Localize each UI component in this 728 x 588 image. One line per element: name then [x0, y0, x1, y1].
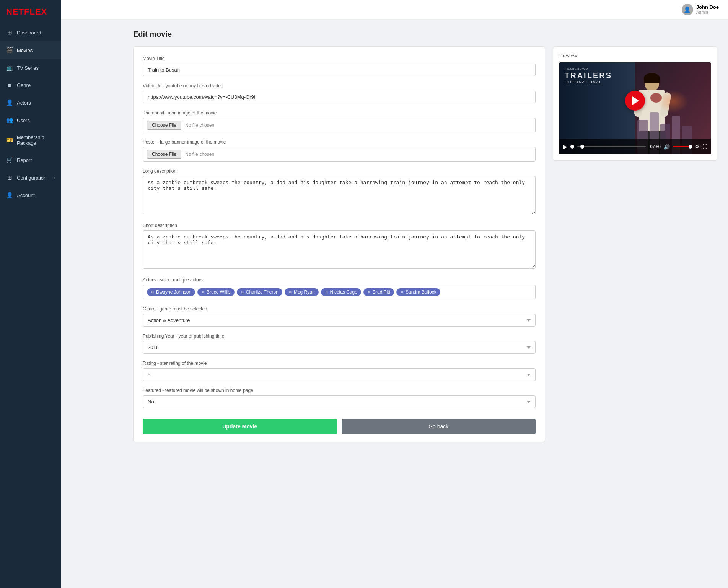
sidebar-item-label: Genre [17, 82, 31, 88]
sidebar-item-account[interactable]: 👤 Account [0, 186, 61, 204]
actor-tag[interactable]: ✕ Bruce Willis [197, 288, 235, 296]
sidebar-item-membership[interactable]: 🎫 Membership Package [0, 129, 61, 151]
sidebar-nav: ⊞ Dashboard 🎬 Movies 📺 TV Series ≡ Genre… [0, 24, 61, 588]
main-content: Edit movie Movie Title Video Url - youtu… [122, 19, 728, 588]
progress-dot [570, 145, 574, 149]
form-buttons: Update Movie Go back [143, 419, 536, 434]
sidebar-item-users[interactable]: 👥 Users [0, 111, 61, 129]
genre-select[interactable]: Action & AdventureDramaComedyHorrorSci-F… [143, 314, 536, 327]
rating-group: Rating - star rating of the movie 12345 [143, 361, 536, 381]
actor-remove-icon[interactable]: ✕ [241, 290, 244, 295]
video-play-icon[interactable]: ▶ [563, 144, 567, 150]
sidebar-item-genre[interactable]: ≡ Genre [0, 77, 61, 94]
update-movie-button[interactable]: Update Movie [143, 419, 337, 434]
sidebar-item-configuration[interactable]: ⊞ Configuration › [0, 169, 61, 186]
sidebar-item-label: Users [17, 118, 30, 123]
actors-label: Actors - select multiple actors [143, 277, 536, 283]
movie-title-group: Movie Title [143, 56, 536, 76]
go-back-button[interactable]: Go back [342, 419, 536, 434]
actor-tag[interactable]: ✕ Brad Pitt [363, 288, 394, 296]
sidebar-item-report[interactable]: 🛒 Report [0, 151, 61, 169]
play-button-overlay[interactable] [559, 62, 711, 139]
poster-no-file: No file chosen [185, 152, 214, 157]
fullscreen-icon[interactable]: ⛶ [702, 144, 707, 149]
sidebar: NETFLEX ⊞ Dashboard 🎬 Movies 📺 TV Series… [0, 0, 61, 588]
sidebar-item-dashboard[interactable]: ⊞ Dashboard [0, 24, 61, 41]
featured-select[interactable]: NoYes [143, 395, 536, 408]
short-desc-label: Short description [143, 223, 536, 228]
account-icon: 👤 [6, 192, 13, 199]
play-button[interactable] [625, 91, 645, 111]
sidebar-item-label: Report [17, 157, 32, 163]
avatar: 👤 [682, 4, 693, 15]
time-remaining: -07:50 [649, 144, 661, 149]
featured-label: Featured - featured movie will be shown … [143, 388, 536, 393]
configuration-icon: ⊞ [6, 174, 13, 181]
video-preview: FILMISНOWO TRAILERS INTERNATIONAL [559, 62, 711, 154]
thumbnail-no-file: No file chosen [185, 122, 214, 128]
sidebar-item-label: Membership Package [17, 134, 55, 146]
genre-group: Genre - genre must be selected Action & … [143, 306, 536, 327]
short-desc-group: Short description As a zombie outbreak s… [143, 223, 536, 270]
actor-remove-icon[interactable]: ✕ [201, 290, 205, 295]
thumbnail-file-row: Choose File No file chosen [143, 118, 536, 132]
actor-tag[interactable]: ✕ Dwayne Johnson [147, 288, 195, 296]
edit-form: Movie Title Video Url - youtube or any h… [133, 46, 545, 442]
sidebar-item-label: Configuration [17, 175, 46, 181]
sidebar-item-label: TV Series [17, 65, 39, 71]
rating-select[interactable]: 12345 [143, 368, 536, 381]
topbar-user: 👤 John Doe Admin [682, 4, 719, 15]
genre-label: Genre - genre must be selected [143, 306, 536, 312]
rating-label: Rating - star rating of the movie [143, 361, 536, 366]
genre-icon: ≡ [6, 82, 13, 88]
actor-remove-icon[interactable]: ✕ [288, 290, 292, 295]
actor-remove-icon[interactable]: ✕ [400, 290, 404, 295]
sidebar-item-label: Movies [17, 47, 33, 53]
page-title: Edit movie [133, 30, 717, 39]
long-desc-textarea[interactable]: As a zombie outbreak sweeps the country,… [143, 176, 536, 214]
preview-card: Preview: FILMISНOWO TRAILERS INTERNATION… [553, 46, 717, 161]
short-desc-textarea[interactable]: As a zombie outbreak sweeps the country,… [143, 230, 536, 269]
actors-group: Actors - select multiple actors ✕ Dwayne… [143, 277, 536, 299]
movie-title-label: Movie Title [143, 56, 536, 61]
thumbnail-choose-btn[interactable]: Choose File [147, 121, 181, 130]
actor-tags-container: ✕ Dwayne Johnson✕ Bruce Willis✕ Charlize… [143, 285, 536, 299]
video-url-group: Video Url - youtube or any hosted video [143, 83, 536, 103]
year-select[interactable]: 20162017201820192020202120222023 [143, 341, 536, 354]
user-name: John Doe [696, 4, 719, 10]
year-label: Publishing Year - year of publishing tim… [143, 333, 536, 339]
sidebar-item-actors[interactable]: 👤 Actors [0, 94, 61, 111]
report-icon: 🛒 [6, 157, 13, 163]
thumbnail-label: Thumbnail - icon image of the movie [143, 110, 536, 116]
video-controls: ▶ -07:50 🔊 ⚙ ⛶ [559, 139, 711, 154]
video-url-input[interactable] [143, 91, 536, 103]
poster-label: Poster - large banner image of the movie [143, 139, 536, 145]
actor-remove-icon[interactable]: ✕ [367, 290, 371, 295]
actor-tag[interactable]: ✕ Charlize Theron [237, 288, 282, 296]
poster-group: Poster - large banner image of the movie… [143, 139, 536, 162]
settings-icon[interactable]: ⚙ [695, 144, 699, 149]
dashboard-icon: ⊞ [6, 29, 13, 36]
volume-icon[interactable]: 🔊 [664, 144, 670, 150]
tvseries-icon: 📺 [6, 64, 13, 71]
preview-label: Preview: [559, 53, 711, 59]
progress-bar[interactable] [577, 146, 646, 147]
featured-group: Featured - featured movie will be shown … [143, 388, 536, 408]
progress-handle [580, 145, 584, 149]
membership-icon: 🎫 [6, 137, 13, 144]
volume-bar[interactable] [673, 146, 692, 147]
poster-choose-btn[interactable]: Choose File [147, 150, 181, 159]
actor-remove-icon[interactable]: ✕ [325, 290, 328, 295]
year-group: Publishing Year - year of publishing tim… [143, 333, 536, 354]
actors-icon: 👤 [6, 99, 13, 106]
actor-tag[interactable]: ✕ Nicolas Cage [321, 288, 361, 296]
poster-file-row: Choose File No file chosen [143, 147, 536, 162]
sidebar-item-movies[interactable]: 🎬 Movies [0, 41, 61, 59]
sidebar-item-tvseries[interactable]: 📺 TV Series [0, 59, 61, 77]
content-grid: Movie Title Video Url - youtube or any h… [133, 46, 717, 442]
actor-tag[interactable]: ✕ Sandra Bullock [396, 288, 440, 296]
actor-remove-icon[interactable]: ✕ [151, 290, 154, 295]
long-desc-label: Long description [143, 168, 536, 174]
movie-title-input[interactable] [143, 64, 536, 76]
actor-tag[interactable]: ✕ Meg Ryan [285, 288, 319, 296]
